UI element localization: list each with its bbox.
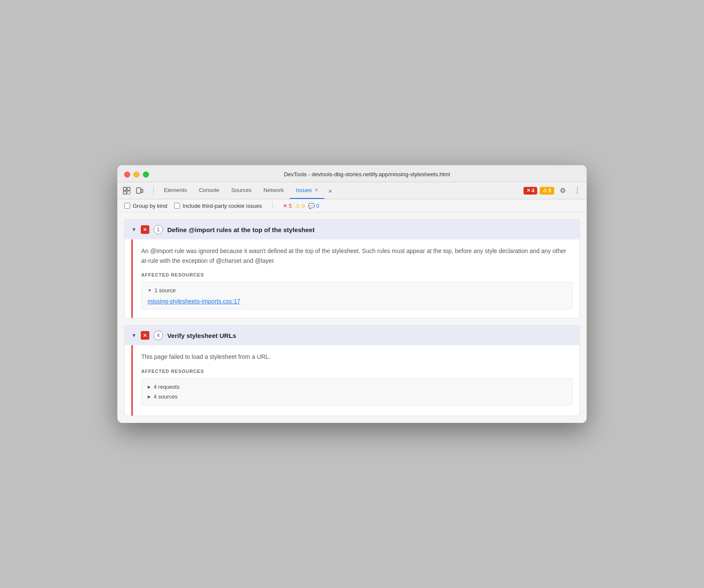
issue-count-badge-1: 1 xyxy=(154,225,163,234)
warning-badge-icon: ⚠ xyxy=(543,188,547,193)
issue-header-2[interactable]: ▼ ✕ 4 Verify stylesheet URLs xyxy=(125,326,579,345)
window-title: DevTools - devtools-dbg-stories.netlify.… xyxy=(154,171,580,178)
tab-list: Elements Console Sources Network Issues … xyxy=(158,182,522,199)
filter-warning-count: 0 xyxy=(302,203,305,209)
filter-info-icon: 💬 xyxy=(308,203,315,209)
include-third-party-label: Include third-party cookie issues xyxy=(183,203,262,209)
minimize-button[interactable] xyxy=(134,172,140,178)
issues-content: ▼ ✕ 1 Define @import rules at the top of… xyxy=(117,219,587,416)
sources-label-2: 4 sources xyxy=(154,393,177,400)
warning-badge[interactable]: ⚠ 5 xyxy=(540,187,554,195)
svg-rect-2 xyxy=(123,191,126,194)
affected-resources-label-1: AFFECTED RESOURCES xyxy=(141,272,573,277)
issue-item-1: ▼ ✕ 1 Define @import rules at the top of… xyxy=(124,219,580,318)
group-by-kind-input[interactable] xyxy=(124,203,130,209)
devtools-toolbar: Elements Console Sources Network Issues … xyxy=(117,182,587,199)
issue-description-1: An @import rule was ignored because it w… xyxy=(141,246,573,265)
issue-error-badge-1: ✕ xyxy=(141,225,149,234)
resource-link-1[interactable]: missing-stylesheets-imports.css:17 xyxy=(148,298,566,305)
issue-description-2: This page failed to load a stylesheet fr… xyxy=(141,352,573,361)
tab-network[interactable]: Network xyxy=(258,182,290,199)
close-button[interactable] xyxy=(124,172,130,178)
sources-row-2[interactable]: ▶ 4 sources xyxy=(148,393,566,401)
include-third-party-checkbox[interactable]: Include third-party cookie issues xyxy=(174,203,262,209)
requests-label-2: 4 requests xyxy=(154,384,180,390)
title-bar: DevTools - devtools-dbg-stories.netlify.… xyxy=(117,165,587,182)
issue-chevron-down-icon: ▼ xyxy=(131,227,137,233)
filter-info-count: 0 xyxy=(316,203,319,209)
group-by-kind-checkbox[interactable]: Group by kind xyxy=(124,203,167,209)
tab-issues[interactable]: Issues ✕ xyxy=(290,182,324,199)
source-row-1[interactable]: ▼ 1 source xyxy=(148,286,566,294)
issue-item-2: ▼ ✕ 4 Verify stylesheet URLs This page f… xyxy=(124,325,580,416)
toolbar-right: ✕ 4 ⚠ 5 ⚙ ⋮ xyxy=(524,185,583,197)
filter-warning-badge[interactable]: ⚠ 0 xyxy=(295,203,305,209)
devtools-window: DevTools - devtools-dbg-stories.netlify.… xyxy=(117,165,587,422)
issue-header-1[interactable]: ▼ ✕ 1 Define @import rules at the top of… xyxy=(125,220,579,239)
element-picker-icon[interactable] xyxy=(121,185,133,197)
filter-warning-icon: ⚠ xyxy=(295,203,300,209)
svg-rect-0 xyxy=(123,187,126,190)
issue-chevron-down-icon-2: ▼ xyxy=(131,332,137,338)
filter-bar: Group by kind Include third-party cookie… xyxy=(117,199,587,212)
group-by-kind-label: Group by kind xyxy=(133,203,167,209)
sources-chevron-right-icon: ▶ xyxy=(148,394,151,399)
more-tabs-icon[interactable]: » xyxy=(324,185,336,197)
filter-error-icon: ✕ xyxy=(283,203,288,209)
settings-icon[interactable]: ⚙ xyxy=(557,185,569,197)
filter-badges: ✕ 5 ⚠ 0 💬 0 xyxy=(283,203,320,209)
svg-rect-4 xyxy=(137,188,141,193)
resources-box-1: ▼ 1 source missing-stylesheets-imports.c… xyxy=(141,282,573,309)
issue-title-1: Define @import rules at the top of the s… xyxy=(167,226,315,233)
svg-rect-3 xyxy=(127,191,130,194)
more-options-icon[interactable]: ⋮ xyxy=(571,185,583,197)
tab-issues-close-icon[interactable]: ✕ xyxy=(314,188,318,192)
tab-elements[interactable]: Elements xyxy=(158,182,193,199)
source-chevron-down-icon: ▼ xyxy=(148,288,152,293)
error-badge[interactable]: ✕ 4 xyxy=(524,187,538,195)
resources-box-2: ▶ 4 requests ▶ 4 sources xyxy=(141,378,573,405)
issue-title-2: Verify stylesheet URLs xyxy=(167,332,236,339)
tab-sources[interactable]: Sources xyxy=(225,182,258,199)
traffic-lights xyxy=(124,172,149,178)
svg-rect-5 xyxy=(141,189,143,192)
issue-count-badge-2: 4 xyxy=(154,331,163,340)
include-third-party-input[interactable] xyxy=(174,203,180,209)
maximize-button[interactable] xyxy=(143,172,149,178)
device-toggle-icon[interactable] xyxy=(134,185,145,197)
warning-badge-count: 5 xyxy=(548,188,551,194)
error-badge-icon: ✕ xyxy=(527,188,530,193)
filter-error-badge[interactable]: ✕ 5 xyxy=(283,203,292,209)
issue-error-badge-2: ✕ xyxy=(141,331,149,340)
filter-info-badge[interactable]: 💬 0 xyxy=(308,203,319,209)
filter-error-count: 5 xyxy=(289,203,292,209)
error-badge-count: 4 xyxy=(532,188,535,194)
source-count-label-1: 1 source xyxy=(154,287,176,294)
toolbar-divider-1 xyxy=(153,186,154,195)
tab-console[interactable]: Console xyxy=(193,182,225,199)
requests-chevron-right-icon: ▶ xyxy=(148,384,151,389)
requests-row-2[interactable]: ▶ 4 requests xyxy=(148,383,566,391)
filter-divider xyxy=(272,202,273,210)
svg-rect-1 xyxy=(127,187,130,190)
toolbar-left-icons xyxy=(121,185,145,197)
affected-resources-label-2: AFFECTED RESOURCES xyxy=(141,369,573,374)
